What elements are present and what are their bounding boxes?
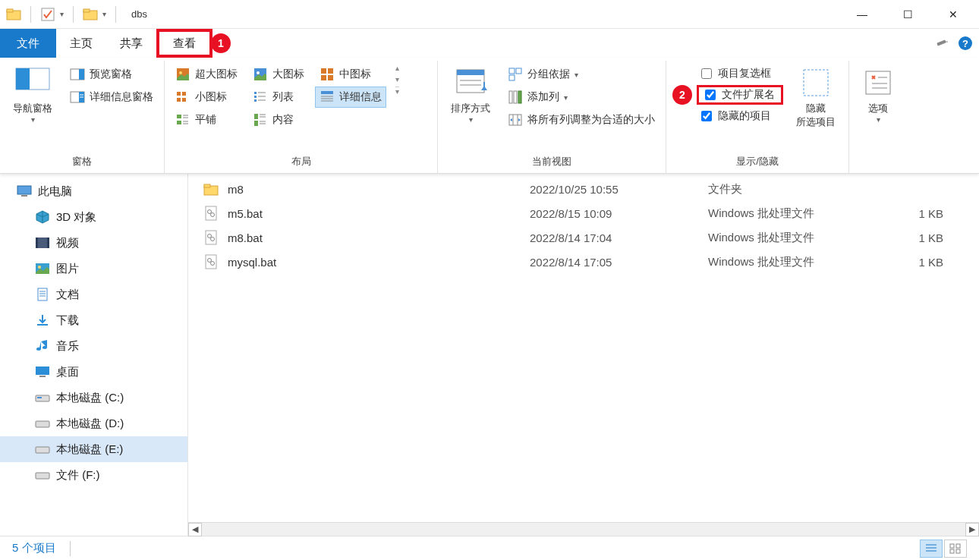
svg-rect-79 [36,367,49,375]
tab-file[interactable]: 文件 [0,29,56,58]
layout-more-icon[interactable]: ▾ [395,87,399,96]
file-listing: m8 2022/10/25 10:55 文件夹 m5.bat 2022/8/15… [188,174,979,536]
group-by-button[interactable]: 分组依据 ▾ [503,64,659,85]
svg-rect-38 [254,121,258,126]
svg-rect-19 [177,98,181,102]
file-extensions-toggle[interactable]: 文件扩展名 [697,85,783,105]
tab-share[interactable]: 共享 [106,29,156,58]
layout-scroll-up-icon[interactable]: ▴ [395,64,399,72]
sidebar-pictures[interactable]: 图片 [0,256,187,282]
table-row[interactable]: m5.bat 2022/8/15 10:09 Windows 批处理文件 1 K… [203,201,973,225]
details-view-button[interactable]: 详细信息 [315,87,386,108]
layout-scroll-down-icon[interactable]: ▾ [395,75,399,83]
sidebar-label: 文件 (F:) [56,468,100,483]
hide-selected-button[interactable]: 隐藏 所选项目 [789,64,842,132]
nav-sidebar: 此电脑 3D 对象 视频 图片 文档 下载 音乐 桌面 [0,174,188,536]
svg-text:?: ? [962,38,968,49]
tab-view[interactable]: 查看 [156,29,212,58]
folder-icon [203,181,219,197]
chevron-down-icon: ▾ [574,71,578,79]
tab-view-label: 查看 [173,36,196,51]
minimize-button[interactable]: — [839,1,885,28]
content-button[interactable]: 内容 [248,109,309,131]
tab-home[interactable]: 主页 [56,29,106,58]
extra-large-icons-label: 超大图标 [195,68,238,81]
details-view-toggle[interactable] [920,540,943,558]
table-row[interactable]: m8.bat 2022/8/14 17:04 Windows 批处理文件 1 K… [203,225,973,250]
file-date: 2022/8/15 10:09 [530,207,708,220]
sort-by-label: 排序方式 [451,102,490,115]
sidebar-drive-d[interactable]: 本地磁盘 (D:) [0,411,187,436]
table-row[interactable]: m8 2022/10/25 10:55 文件夹 [203,177,973,201]
sidebar-label: 图片 [56,262,79,276]
sidebar-3d-objects[interactable]: 3D 对象 [0,204,187,230]
scroll-right-icon[interactable]: ▶ [965,523,979,536]
add-columns-button[interactable]: 添加列 ▾ [503,87,659,108]
ribbon-group-panes: 导航窗格 ▾ 预览窗格 详细信息窗格 窗格 [0,61,165,173]
pin-icon[interactable] [935,36,950,51]
file-extensions-checkbox[interactable] [705,90,716,100]
qat-separator [73,6,74,23]
sidebar-this-pc[interactable]: 此电脑 [0,178,187,204]
details-pane-button[interactable]: 详细信息窗格 [65,87,158,108]
chevron-down-icon: ▾ [469,115,473,124]
svg-rect-55 [509,75,515,80]
bat-file-icon [203,206,219,221]
show-hide-group-label: 显示/隐藏 [672,155,842,171]
navigation-pane-button[interactable]: 导航窗格 ▾ [6,64,59,127]
add-columns-icon [508,90,523,105]
details-pane-icon [70,90,85,105]
svg-rect-42 [328,68,333,74]
extra-large-icons-button[interactable]: 超大图标 [171,64,242,85]
preview-pane-button[interactable]: 预览窗格 [65,64,158,85]
item-checkboxes-toggle[interactable]: 项目复选框 [697,64,783,83]
maximize-button[interactable]: ☐ [885,1,930,28]
medium-icons-button[interactable]: 中图标 [315,64,386,85]
ribbon-tabs: 文件 主页 共享 查看 1 ? [0,29,979,58]
bat-file-icon [203,230,219,245]
checkbox-qat-icon[interactable] [40,7,55,22]
small-icons-button[interactable]: 小图标 [171,87,242,108]
list-button[interactable]: 列表 [248,87,309,108]
sidebar-videos[interactable]: 视频 [0,230,187,256]
hide-selected-label2: 所选项目 [796,115,836,129]
hidden-items-toggle[interactable]: 隐藏的项目 [697,106,783,126]
thumbnail-view-toggle[interactable] [944,540,967,558]
sidebar-music[interactable]: 音乐 [0,333,187,359]
options-icon [860,67,896,99]
qat-dropdown-icon[interactable]: ▾ [102,10,106,18]
large-icons-button[interactable]: 大图标 [248,64,309,85]
sidebar-drive-c[interactable]: 本地磁盘 (C:) [0,385,187,411]
annotation-badge-2: 2 [672,85,692,105]
hidden-items-checkbox[interactable] [701,111,712,121]
item-checkboxes-checkbox[interactable] [701,68,712,79]
size-columns-button[interactable]: 将所有列调整为合适的大小 [503,109,659,131]
svg-rect-58 [518,91,521,103]
help-icon[interactable]: ? [958,36,973,51]
folder-icon [6,7,21,22]
tiles-button[interactable]: 平铺 [171,109,242,131]
downloads-icon [35,313,50,327]
drive-icon [35,468,50,482]
file-size: 1 KB [890,231,943,244]
table-row[interactable]: mysql.bat 2022/8/14 17:05 Windows 批处理文件 … [203,250,973,274]
close-button[interactable]: ✕ [930,1,976,28]
horizontal-scrollbar[interactable]: ◀ ▶ [188,522,979,536]
drive-icon [35,417,50,430]
scroll-left-icon[interactable]: ◀ [188,523,202,536]
drive-icon [35,391,50,404]
svg-rect-41 [321,68,326,74]
svg-rect-70 [36,238,38,248]
sort-by-button[interactable]: 排序方式 ▾ [444,64,497,127]
sidebar-desktop[interactable]: 桌面 [0,359,187,385]
list-icon [253,90,268,105]
file-name: m8.bat [228,231,263,244]
videos-icon [35,236,50,250]
options-button[interactable]: 选项 ▾ [855,64,901,127]
sidebar-drive-f[interactable]: 文件 (F:) [0,462,187,488]
svg-rect-71 [47,238,49,248]
sidebar-downloads[interactable]: 下载 [0,307,187,333]
qat-dropdown-icon[interactable]: ▾ [60,10,64,18]
sidebar-drive-e[interactable]: 本地磁盘 (E:) [0,436,187,462]
sidebar-documents[interactable]: 文档 [0,282,187,307]
